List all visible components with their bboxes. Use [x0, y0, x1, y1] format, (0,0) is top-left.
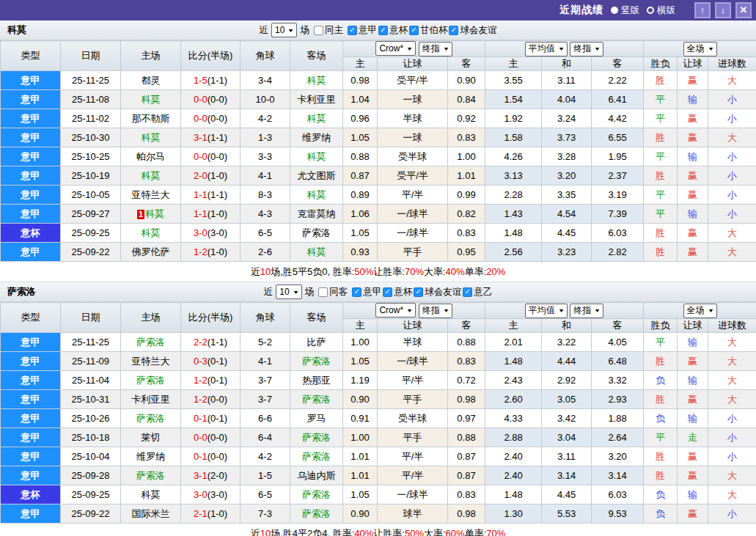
col-header-avg-away: 客	[592, 319, 644, 333]
date-cell: 25-11-08	[61, 90, 121, 109]
home-team-name: 萨索洛	[136, 375, 165, 386]
odds-company-value: Crow*	[379, 43, 403, 54]
odds-company-select[interactable]: Crow*▼	[375, 303, 416, 317]
score-cell: 1-1(1-0)	[181, 205, 241, 224]
fulltime-score: 1-5	[194, 75, 208, 86]
avg-time-select[interactable]: 终指▼	[570, 304, 603, 318]
fulltime-score: 1-2	[194, 394, 208, 405]
away-team-cell: 科莫	[290, 71, 343, 90]
league-filter-checkbox[interactable]: ✓甘伯杯	[409, 24, 448, 37]
league-cell: 意甲	[1, 166, 61, 186]
match-row: 意甲25-10-19科莫2-0(1-0)4-1尤文图斯0.87受平/半1.013…	[1, 166, 756, 186]
score-cell: 0-1(0-0)	[181, 447, 241, 466]
avg-away-odds-cell: 3.19	[592, 186, 644, 205]
col-header-date: 日期	[61, 303, 121, 333]
games-count-select[interactable]: 10 ▼	[276, 284, 301, 299]
halftime-score: (0-0)	[208, 432, 227, 443]
summary-text: 让胜率:	[373, 265, 405, 279]
near-label: 近	[260, 24, 269, 37]
team-name: 科莫	[7, 23, 26, 37]
radio-vertical-layout[interactable]: 竖版	[611, 4, 639, 17]
summary-text: 大率:	[424, 265, 446, 279]
league-cell: 意甲	[1, 466, 61, 485]
same-venue-checkbox[interactable]: 同主	[314, 24, 343, 37]
avg-draw-odds-cell: 3.28	[542, 147, 592, 166]
fulltime-score: 2-1	[194, 508, 208, 519]
league-filter-checkbox[interactable]: ✓球会友谊	[414, 286, 461, 298]
radio-horizontal-layout[interactable]: 横版	[647, 4, 675, 17]
fulltime-score: 0-0	[194, 151, 208, 162]
home-team-cell: 萨索洛	[121, 371, 181, 390]
avg-odds-select[interactable]: 平均值▼	[525, 42, 568, 56]
odds-time-select[interactable]: 终指▼	[419, 304, 452, 318]
halftime-score: (0-0)	[208, 113, 227, 124]
handicap-group-header: Crow*▼ 终指▼	[343, 41, 485, 57]
result-handicap-cell: 输	[678, 485, 708, 504]
section-summary: 近10场,胜5平5负0, 胜率:50% 让胜率:70% 大率:40% 单率:20…	[0, 262, 756, 282]
avg-odds-select[interactable]: 平均值▼	[525, 304, 568, 318]
handicap-line-cell: 平/半	[378, 466, 448, 485]
handicap-home-odds-cell: 1.05	[343, 485, 378, 504]
handicap-home-odds-cell: 1.19	[343, 371, 378, 390]
home-team-name: 莱切	[142, 432, 161, 443]
away-team-name: 比萨	[307, 337, 326, 348]
league-filter-checkbox[interactable]: ✓球会友谊	[449, 24, 496, 37]
match-row: 意甲25-10-25帕尔马0-0(0-0)3-3科莫0.88受半球1.004.2…	[1, 147, 756, 166]
away-team-cell: 卡利亚里	[290, 90, 343, 109]
league-filter-checkbox[interactable]: ✓意杯	[383, 286, 412, 298]
close-button[interactable]: ✕	[735, 2, 752, 18]
avg-draw-odds-cell: 3.20	[542, 166, 592, 186]
fulltime-score: 3-1	[194, 470, 208, 481]
move-down-button[interactable]: ↓	[715, 2, 731, 18]
handicap-home-odds-cell: 0.90	[343, 390, 378, 409]
games-count-select[interactable]: 10 ▼	[271, 23, 297, 37]
home-team-cell: 科莫	[121, 224, 181, 243]
result-handicap-cell: 赢	[678, 109, 708, 128]
match-row: 意甲25-11-08科莫0-0(0-0)10-0卡利亚里1.04一球0.841.…	[1, 90, 756, 109]
avg-home-odds-cell: 2.60	[485, 390, 542, 409]
halftime-score: (0-0)	[208, 394, 227, 405]
handicap-line-cell: 一球	[378, 128, 448, 147]
page-title: 近期战绩	[559, 4, 603, 17]
avg-draw-odds-cell: 3.42	[542, 409, 592, 428]
halftime-score: (1-0)	[208, 508, 227, 519]
result-wdl-cell: 胜	[644, 352, 678, 371]
result-goals-cell: 大	[708, 466, 756, 485]
home-team-name: 萨索洛	[136, 470, 165, 481]
date-cell: 25-11-25	[61, 333, 121, 352]
avg-draw-odds-cell: 3.04	[542, 428, 592, 447]
score-cell: 3-1(1-1)	[181, 128, 241, 147]
league-filter-checkbox[interactable]: ✓意甲	[352, 286, 381, 298]
average-group-header: 平均值▼ 终指▼	[485, 41, 644, 57]
odds-time-select[interactable]: 终指▼	[419, 42, 452, 56]
odds-company-select[interactable]: Crow*▼	[375, 41, 416, 56]
summary-text: 40%	[354, 528, 373, 536]
handicap-line-cell: 一/球半	[378, 352, 448, 371]
avg-time-select[interactable]: 终指▼	[570, 42, 603, 56]
result-goals-cell: 大	[708, 333, 756, 352]
league-filter-checkbox[interactable]: ✓意杯	[378, 24, 408, 37]
handicap-home-odds-cell: 1.00	[343, 333, 378, 352]
league-filter-checkbox[interactable]: ✓意乙	[463, 286, 492, 298]
rank-badge: 1	[137, 210, 144, 219]
date-cell: 25-10-25	[61, 147, 121, 166]
avg-time-value: 终指	[573, 43, 591, 55]
avg-away-odds-cell: 2.64	[592, 428, 644, 447]
match-row: 意甲25-11-04萨索洛1-2(0-1)3-7热那亚1.19平/半0.722.…	[1, 371, 756, 390]
league-filter-checkbox[interactable]: ✓意甲	[348, 24, 377, 37]
result-goals-cell: 小	[708, 109, 756, 128]
home-team-cell: 佛罗伦萨	[121, 243, 181, 262]
handicap-line-cell: 一/球半	[378, 485, 448, 504]
handicap-line-cell: 半球	[378, 109, 448, 128]
result-goals-cell: 小	[708, 409, 756, 428]
scope-select[interactable]: 全场▼	[683, 42, 717, 56]
score-cell: 0-0(0-0)	[181, 428, 241, 447]
handicap-away-odds-cell: 0.95	[448, 243, 485, 262]
league-cell: 意甲	[1, 90, 61, 109]
handicap-away-odds-cell: 0.87	[448, 466, 485, 485]
scope-select[interactable]: 全场▼	[683, 304, 717, 318]
match-row: 意甲25-11-25都灵1-5(1-1)3-4科莫0.98受平/半0.903.5…	[1, 71, 756, 90]
avg-away-odds-cell: 1.88	[592, 409, 644, 428]
move-up-button[interactable]: ↑	[694, 2, 711, 18]
same-venue-checkbox[interactable]: 同客	[318, 286, 348, 298]
